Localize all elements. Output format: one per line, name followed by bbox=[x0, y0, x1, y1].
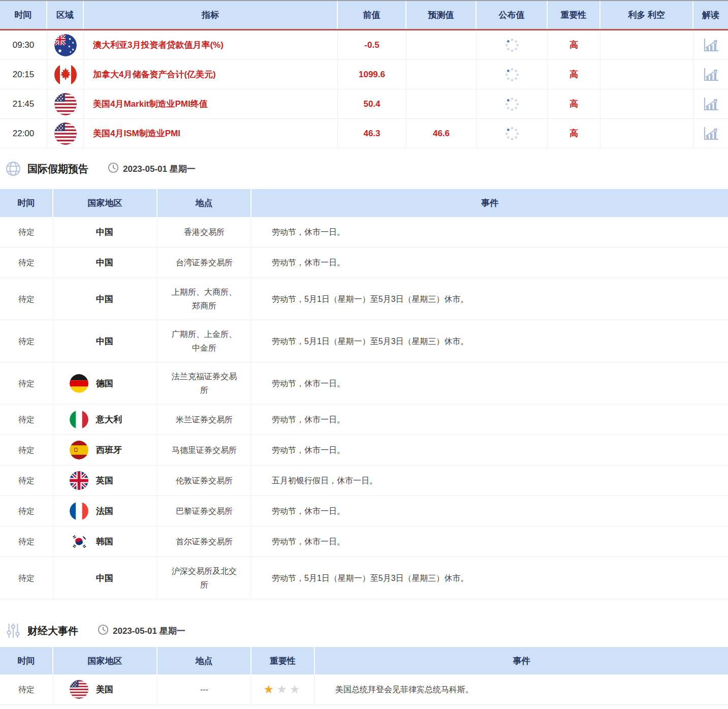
flag-korea-icon bbox=[70, 532, 88, 551]
col-header-forecast: 预测值 bbox=[406, 1, 477, 29]
star-empty-icon: ★ bbox=[276, 683, 290, 696]
holiday-row: 待定中国香港交易所劳动节，休市一日。 bbox=[0, 217, 728, 248]
col-header-country: 国家地区 bbox=[53, 189, 157, 217]
flag-slot bbox=[70, 471, 96, 490]
importance-cell: 高 bbox=[548, 30, 600, 59]
place-cell: 广期所、上金所、中金所 bbox=[157, 320, 251, 362]
country-name: 中国 bbox=[96, 334, 113, 348]
indicator-link[interactable]: 美国4月ISM制造业PMI bbox=[93, 127, 180, 140]
loading-spinner-icon bbox=[504, 67, 520, 82]
star-empty-icon: ★ bbox=[290, 683, 303, 696]
flag-slot bbox=[70, 253, 96, 272]
place-value: 香港交易所 bbox=[184, 225, 225, 239]
country-cell: 英国 bbox=[53, 466, 157, 496]
holiday-date-text: 2023-05-01 星期一 bbox=[123, 163, 196, 175]
place-cell: 台湾证券交易所 bbox=[157, 248, 251, 278]
indicator-cell: 美国4月ISM制造业PMI bbox=[84, 119, 338, 148]
time-cell: 待定 bbox=[0, 320, 53, 362]
interpret-chart-icon[interactable] bbox=[702, 96, 720, 112]
indicator-link[interactable]: 澳大利亚3月投资者贷款值月率(%) bbox=[93, 38, 224, 52]
time-value: 待定 bbox=[18, 377, 35, 390]
calendar-row: 09:30 澳大利亚3月投资者贷款值月率(%)-0.5 高 bbox=[0, 30, 728, 60]
time-cell: 待定 bbox=[0, 496, 53, 526]
country-wrap: 韩国 bbox=[70, 532, 113, 551]
country-name: 英国 bbox=[96, 474, 113, 487]
place-cell: 上期所、大商所、郑商所 bbox=[157, 278, 251, 320]
place-value: --- bbox=[200, 683, 208, 696]
interpret-chart-icon[interactable] bbox=[702, 67, 720, 83]
sliders-icon bbox=[5, 623, 21, 639]
event-text: 劳动节，休市一日。 bbox=[272, 377, 345, 390]
bull-bear-cell bbox=[600, 119, 693, 148]
time-cell: 待定 bbox=[0, 527, 53, 557]
flag-france-icon bbox=[70, 502, 88, 520]
flag-slot bbox=[70, 502, 96, 521]
financial-calendar-page: 时间 区域 指标 前值 预测值 公布值 重要性 利多 利空 解读 09:30 澳… bbox=[0, 0, 728, 705]
place-cell: 巴黎证券交易所 bbox=[157, 496, 251, 526]
place-cell: 马德里证券交易所 bbox=[157, 435, 251, 465]
time-cell: 待定 bbox=[0, 362, 53, 404]
place-value: 广期所、上金所、中金所 bbox=[169, 327, 240, 355]
interpret-chart-icon[interactable] bbox=[702, 126, 720, 142]
place-value: 米兰证券交易所 bbox=[176, 413, 233, 426]
country-wrap: 中国 bbox=[70, 223, 113, 242]
event-cell: 劳动节，5月1日（星期一）至5月3日（星期三）休市。 bbox=[251, 320, 728, 362]
country-cell: 德国 bbox=[53, 362, 157, 404]
events-section-date: 2023-05-01 星期一 bbox=[98, 624, 185, 637]
importance-value: 高 bbox=[569, 68, 578, 81]
time-value: 待定 bbox=[18, 292, 35, 306]
col-header-place: 地点 bbox=[157, 647, 251, 674]
calendar-row: 21:45 美国4月Markit制造业PMI终值50.4 高 bbox=[0, 89, 728, 119]
flag-spain-icon bbox=[70, 441, 88, 459]
star-filled-icon: ★ bbox=[264, 683, 277, 696]
forecast-value: 46.6 bbox=[433, 127, 450, 140]
country-cell: 韩国 bbox=[53, 527, 157, 557]
country-name: 意大利 bbox=[96, 413, 122, 426]
col-header-country: 国家地区 bbox=[53, 647, 157, 674]
indicator-link[interactable]: 美国4月Markit制造业PMI终值 bbox=[93, 97, 208, 111]
country-wrap: 中国 bbox=[70, 568, 113, 588]
holiday-row: 待定中国沪深交易所及北交所劳动节，5月1日（星期一）至5月3日（星期三）休市。 bbox=[0, 557, 728, 599]
event-text: 劳动节，5月1日（星期一）至5月3日（星期三）休市。 bbox=[272, 292, 469, 306]
time-cell: 待定 bbox=[0, 435, 53, 465]
indicator-link[interactable]: 加拿大4月储备资产合计(亿美元) bbox=[93, 68, 216, 81]
time-cell: 待定 bbox=[0, 217, 53, 247]
event-row: 待定 美国---★★★美国总统拜登会见菲律宾总统马科斯。 bbox=[0, 674, 728, 705]
region-cell bbox=[47, 60, 84, 89]
time-value: 待定 bbox=[18, 535, 35, 548]
place-cell: --- bbox=[157, 674, 251, 704]
col-header-previous: 前值 bbox=[338, 1, 406, 29]
event-cell: 劳动节，休市一日。 bbox=[251, 248, 728, 278]
country-name: 中国 bbox=[96, 292, 113, 306]
interpret-chart-icon[interactable] bbox=[702, 37, 720, 53]
time-value: 20:15 bbox=[13, 68, 35, 81]
interpret-cell bbox=[693, 30, 728, 59]
previous-value: 46.3 bbox=[363, 127, 380, 140]
importance-cell: ★★★ bbox=[251, 674, 315, 704]
place-value: 台湾证券交易所 bbox=[176, 256, 233, 269]
forecast-value-cell bbox=[406, 30, 477, 59]
flag-slot bbox=[70, 331, 96, 351]
interpret-cell bbox=[693, 119, 728, 148]
place-cell: 香港交易所 bbox=[157, 217, 251, 247]
flag-slot bbox=[70, 532, 96, 551]
flag-australia-icon bbox=[54, 34, 77, 56]
place-cell: 米兰证券交易所 bbox=[157, 405, 251, 435]
country-wrap: 德国 bbox=[70, 374, 113, 393]
time-cell: 待定 bbox=[0, 278, 53, 320]
bull-bear-cell bbox=[600, 89, 693, 118]
calendar-row: 22:00 美国4月ISM制造业PMI46.346.6 高 bbox=[0, 119, 728, 148]
forecast-value-cell bbox=[406, 60, 477, 89]
previous-value: 50.4 bbox=[363, 97, 380, 111]
event-text: 劳动节，休市一日。 bbox=[272, 413, 345, 426]
importance-cell: 高 bbox=[548, 89, 600, 118]
flag-germany-icon bbox=[70, 374, 88, 393]
flag-usa-icon bbox=[70, 680, 88, 699]
col-header-published: 公布值 bbox=[477, 1, 548, 29]
place-value: 法兰克福证券交易所 bbox=[169, 369, 240, 397]
time-value: 待定 bbox=[18, 256, 35, 269]
country-cell: 中国 bbox=[53, 248, 157, 278]
region-cell bbox=[47, 119, 84, 148]
loading-spinner-icon bbox=[504, 126, 520, 141]
event-text: 美国总统拜登会见菲律宾总统马科斯。 bbox=[335, 683, 473, 696]
